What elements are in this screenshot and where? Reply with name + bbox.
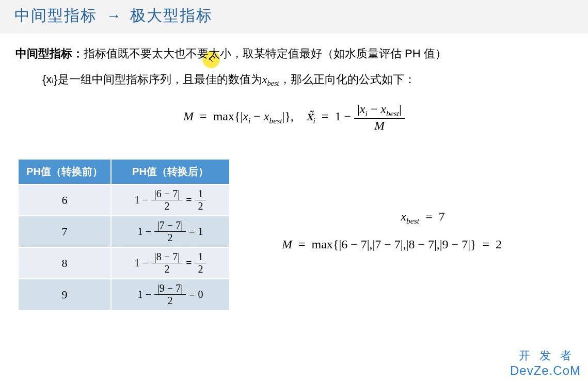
arrow-right-icon: → (106, 8, 121, 24)
M-calculation: M = max{|6 − 7|,|7 − 7|,|8 − 7|,|9 − 7|}… (282, 233, 502, 257)
watermark: 开发者 DevZe.CoM (510, 348, 581, 378)
watermark-line1: 开发者 (510, 348, 581, 363)
main-formula: M = max{|xi − xbest|}, x̃i = 1 − |xi − x… (15, 102, 573, 133)
table-row: 9 1 − |9 − 7|2 = 0 (18, 279, 230, 310)
definition-text: 指标值既不要太大也不要太小，取某特定值最好（如水质量评估 PH 值） (84, 47, 447, 60)
table-header-before: PH值（转换前） (18, 159, 111, 184)
xbest-value: xbest = 7 (344, 205, 502, 229)
lower-area: PH值（转换前） PH值（转换后） 6 1 − |6 − 7|2 = 12 7 … (15, 159, 573, 311)
definition-label: 中间型指标： (15, 47, 84, 60)
side-calculations: xbest = 7 M = max{|6 − 7|,|7 − 7|,|8 − 7… (282, 205, 502, 256)
cursor-arrow-icon: ↖ (208, 56, 214, 64)
table-row: 6 1 − |6 − 7|2 = 12 (18, 184, 230, 216)
conversion-table: PH值（转换前） PH值（转换后） 6 1 − |6 − 7|2 = 12 7 … (18, 159, 230, 311)
sequence-description: {xᵢ}是一组中间型指标序列，且最佳的数值为xbest，那么正向化的公式如下： (42, 72, 573, 88)
table-row: 7 1 − |7 − 7|2 = 1 (18, 216, 230, 247)
header-right-text: 极大型指标 (130, 5, 213, 26)
definition-line: ↖ 中间型指标：指标值既不要太大也不要太小，取某特定值最好（如水质量评估 PH … (15, 46, 573, 61)
page-header: 中间型指标 → 极大型指标 (0, 0, 588, 34)
content-area: ↖ 中间型指标：指标值既不要太大也不要太小，取某特定值最好（如水质量评估 PH … (0, 34, 588, 311)
header-left-text: 中间型指标 (14, 5, 97, 26)
table-row: 8 1 − |8 − 7|2 = 12 (18, 247, 230, 279)
watermark-line2: DevZe.CoM (510, 363, 581, 378)
table-header-after: PH值（转换后） (111, 159, 230, 184)
